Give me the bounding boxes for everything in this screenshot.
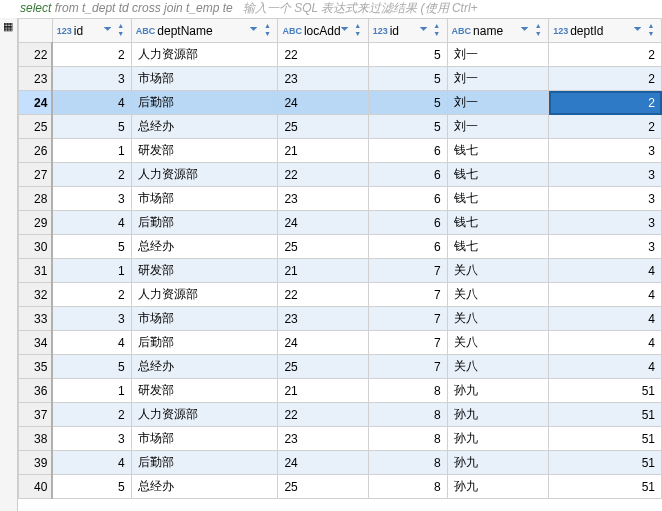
data-cell[interactable]: 21 <box>278 139 368 163</box>
data-cell[interactable]: 钱七 <box>447 139 549 163</box>
data-cell[interactable]: 7 <box>368 355 447 379</box>
data-cell[interactable]: 22 <box>278 403 368 427</box>
data-cell[interactable]: 钱七 <box>447 187 549 211</box>
rownum-cell[interactable]: 34 <box>19 331 53 355</box>
rownum-cell[interactable]: 40 <box>19 475 53 499</box>
data-cell[interactable]: 后勤部 <box>131 451 278 475</box>
rownum-cell[interactable]: 25 <box>19 115 53 139</box>
rownum-cell[interactable]: 37 <box>19 403 53 427</box>
data-cell[interactable]: 21 <box>278 259 368 283</box>
filter-icon[interactable]: ⏷ <box>103 23 113 34</box>
data-cell[interactable]: 1 <box>52 139 131 163</box>
data-cell[interactable]: 24 <box>278 331 368 355</box>
rownum-cell[interactable]: 27 <box>19 163 53 187</box>
data-cell[interactable]: 22 <box>278 163 368 187</box>
data-cell[interactable]: 2 <box>52 403 131 427</box>
data-cell[interactable]: 1 <box>52 379 131 403</box>
data-cell[interactable]: 关八 <box>447 283 549 307</box>
data-cell[interactable]: 人力资源部 <box>131 403 278 427</box>
data-cell[interactable]: 2 <box>549 115 662 139</box>
sql-filter-bar[interactable]: select from t_dept td cross join t_emp t… <box>0 0 662 18</box>
data-cell[interactable]: 23 <box>278 307 368 331</box>
table-row[interactable]: 233市场部235刘一2 <box>19 67 662 91</box>
data-cell[interactable]: 51 <box>549 451 662 475</box>
rownum-cell[interactable]: 31 <box>19 259 53 283</box>
data-cell[interactable]: 市场部 <box>131 67 278 91</box>
data-cell[interactable]: 3 <box>549 187 662 211</box>
data-cell[interactable]: 总经办 <box>131 115 278 139</box>
data-cell[interactable]: 6 <box>368 211 447 235</box>
table-row[interactable]: 244后勤部245刘一2 <box>19 91 662 115</box>
data-cell[interactable]: 5 <box>368 115 447 139</box>
data-cell[interactable]: 23 <box>278 427 368 451</box>
table-row[interactable]: 255总经办255刘一2 <box>19 115 662 139</box>
filter-icon[interactable]: ⏷ <box>249 23 259 34</box>
data-cell[interactable]: 研发部 <box>131 379 278 403</box>
data-cell[interactable]: 总经办 <box>131 475 278 499</box>
data-cell[interactable]: 6 <box>368 235 447 259</box>
data-cell[interactable]: 8 <box>368 475 447 499</box>
data-cell[interactable]: 刘一 <box>447 115 549 139</box>
data-cell[interactable]: 4 <box>52 211 131 235</box>
data-cell[interactable]: 关八 <box>447 307 549 331</box>
data-cell[interactable]: 7 <box>368 283 447 307</box>
data-cell[interactable]: 8 <box>368 379 447 403</box>
data-cell[interactable]: 22 <box>278 283 368 307</box>
data-cell[interactable]: 24 <box>278 91 368 115</box>
data-cell[interactable]: 3 <box>52 427 131 451</box>
data-cell[interactable]: 4 <box>52 91 131 115</box>
data-cell[interactable]: 5 <box>52 115 131 139</box>
data-cell[interactable]: 关八 <box>447 331 549 355</box>
data-cell[interactable]: 3 <box>52 67 131 91</box>
col-header-deptId-5[interactable]: 123deptId⏷ <box>549 19 662 43</box>
rownum-cell[interactable]: 36 <box>19 379 53 403</box>
data-cell[interactable]: 3 <box>549 211 662 235</box>
table-row[interactable]: 372人力资源部228孙九51 <box>19 403 662 427</box>
data-cell[interactable]: 5 <box>368 91 447 115</box>
data-cell[interactable]: 5 <box>52 355 131 379</box>
data-cell[interactable]: 4 <box>549 283 662 307</box>
data-cell[interactable]: 钱七 <box>447 235 549 259</box>
sort-icon[interactable] <box>644 22 658 38</box>
sort-icon[interactable] <box>351 22 365 38</box>
data-cell[interactable]: 2 <box>52 163 131 187</box>
data-cell[interactable]: 5 <box>368 67 447 91</box>
table-row[interactable]: 405总经办258孙九51 <box>19 475 662 499</box>
data-cell[interactable]: 25 <box>278 355 368 379</box>
data-cell[interactable]: 6 <box>368 187 447 211</box>
data-cell[interactable]: 3 <box>52 307 131 331</box>
rownum-cell[interactable]: 39 <box>19 451 53 475</box>
table-row[interactable]: 333市场部237关八4 <box>19 307 662 331</box>
data-cell[interactable]: 刘一 <box>447 67 549 91</box>
data-cell[interactable]: 孙九 <box>447 403 549 427</box>
rownum-cell[interactable]: 38 <box>19 427 53 451</box>
table-row[interactable]: 283市场部236钱七3 <box>19 187 662 211</box>
data-cell[interactable]: 25 <box>278 475 368 499</box>
data-cell[interactable]: 3 <box>52 187 131 211</box>
data-cell[interactable]: 孙九 <box>447 475 549 499</box>
data-cell[interactable]: 孙九 <box>447 427 549 451</box>
data-cell[interactable]: 21 <box>278 379 368 403</box>
data-cell[interactable]: 5 <box>52 235 131 259</box>
result-grid[interactable]: 123id⏷ABCdeptName⏷ABClocAdd⏷123id⏷ABCnam… <box>18 18 662 505</box>
data-cell[interactable]: 6 <box>368 163 447 187</box>
data-cell[interactable]: 25 <box>278 235 368 259</box>
data-cell[interactable]: 人力资源部 <box>131 43 278 67</box>
data-cell[interactable]: 4 <box>549 331 662 355</box>
rownum-cell[interactable]: 30 <box>19 235 53 259</box>
data-cell[interactable]: 人力资源部 <box>131 163 278 187</box>
data-cell[interactable]: 8 <box>368 451 447 475</box>
data-cell[interactable]: 5 <box>368 43 447 67</box>
table-row[interactable]: 322人力资源部227关八4 <box>19 283 662 307</box>
data-cell[interactable]: 3 <box>549 163 662 187</box>
data-cell[interactable]: 2 <box>549 91 662 115</box>
data-cell[interactable]: 后勤部 <box>131 331 278 355</box>
data-cell[interactable]: 刘一 <box>447 91 549 115</box>
data-cell[interactable]: 关八 <box>447 259 549 283</box>
data-cell[interactable]: 51 <box>549 379 662 403</box>
rownum-cell[interactable]: 32 <box>19 283 53 307</box>
data-cell[interactable]: 4 <box>52 331 131 355</box>
filter-icon[interactable]: ⏷ <box>520 23 530 34</box>
table-row[interactable]: 272人力资源部226钱七3 <box>19 163 662 187</box>
rownum-cell[interactable]: 28 <box>19 187 53 211</box>
